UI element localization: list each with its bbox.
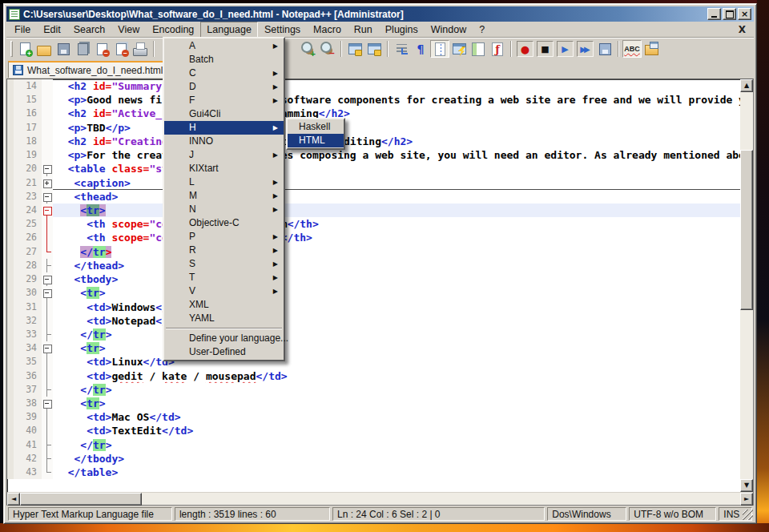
- menu-item-language[interactable]: Language: [200, 22, 258, 38]
- fold-marker[interactable]: [42, 231, 53, 244]
- fold-marker[interactable]: [42, 190, 53, 204]
- code-text[interactable]: <p>For the creation of the web files com…: [53, 148, 740, 162]
- fold-marker[interactable]: [42, 176, 53, 190]
- toolbar-button-user-define-dialog[interactable]: [449, 40, 469, 58]
- scroll-left-icon[interactable]: ◄: [7, 493, 20, 506]
- code-text[interactable]: <thead>: [53, 190, 740, 204]
- code-text[interactable]: <h2 id="Active_Learning">Web Programming…: [53, 107, 740, 120]
- language-menu-item-xml[interactable]: XML: [164, 298, 284, 312]
- toolbar-button-function-list[interactable]: ƒ: [488, 40, 507, 58]
- code-text[interactable]: </tr>: [53, 328, 740, 341]
- maximize-button[interactable]: [723, 8, 736, 20]
- toolbar-button-close-all[interactable]: [111, 40, 131, 58]
- code-area[interactable]: 14 <h2 id="Summary">Summary</h2>15 <p>Go…: [7, 79, 740, 492]
- toolbar-button-show-all-chars[interactable]: ¶: [411, 40, 430, 58]
- fold-marker[interactable]: [42, 328, 53, 341]
- menu-item-search[interactable]: Search: [67, 22, 112, 38]
- fold-marker[interactable]: [42, 341, 53, 355]
- code-text[interactable]: <th scope="col">Operating system</th>: [53, 217, 740, 231]
- vertical-scroll-thumb[interactable]: [740, 150, 753, 310]
- language-menu-item-a[interactable]: A▶: [164, 39, 284, 53]
- menubar-close-icon[interactable]: X: [732, 24, 752, 35]
- language-menu-item-t[interactable]: T▶: [164, 271, 284, 284]
- menu-item-run[interactable]: Run: [348, 22, 379, 38]
- code-text[interactable]: </tr>: [53, 438, 740, 452]
- toolbar-button-new-file[interactable]: [15, 40, 34, 58]
- language-menu-item-d[interactable]: D▶: [164, 80, 284, 94]
- code-text[interactable]: <td>Linux</td>: [53, 355, 740, 369]
- language-menu-item-objective-c[interactable]: Objective-C: [164, 216, 284, 230]
- code-text[interactable]: <h2 id="Creating_and_Editing">Creating a…: [53, 135, 740, 148]
- toolbar-grip-handle[interactable]: [10, 41, 13, 57]
- toolbar-button-open-folder-workspace[interactable]: [642, 40, 661, 58]
- toolbar-button-spell-check[interactable]: ABC: [622, 40, 642, 58]
- toolbar-button-sync-scroll-h[interactable]: [364, 40, 384, 58]
- fold-marker[interactable]: [42, 300, 53, 314]
- code-text[interactable]: <tbody>: [53, 272, 740, 286]
- toolbar-button-sync-scroll-v[interactable]: [345, 40, 364, 58]
- menu-item-plugins[interactable]: Plugins: [379, 22, 425, 38]
- titlebar[interactable]: C:\Users\user\Desktop\What_software_do_I…: [6, 6, 754, 22]
- toolbar-button-indent-guide[interactable]: [430, 40, 449, 58]
- language-menu-item-batch[interactable]: Batch: [164, 53, 284, 66]
- fold-marker[interactable]: [42, 286, 53, 300]
- toolbar-button-macro-stop[interactable]: ■: [537, 41, 554, 57]
- toolbar-button-macro-play[interactable]: ▶: [557, 41, 574, 57]
- toolbar-button-close-file[interactable]: [92, 40, 111, 58]
- fold-marker[interactable]: [42, 452, 53, 466]
- fold-marker[interactable]: [42, 438, 53, 452]
- code-text[interactable]: <td>Mac OS</td>: [53, 410, 740, 424]
- fold-marker[interactable]: [42, 162, 53, 175]
- language-menu-item-j[interactable]: J▶: [164, 148, 284, 162]
- code-text[interactable]: <td>gedit / kate / mousepad</td>: [53, 369, 740, 383]
- menu-item-file[interactable]: File: [8, 22, 37, 38]
- fold-marker[interactable]: [42, 314, 53, 328]
- menu-item-macro[interactable]: Macro: [307, 22, 348, 38]
- language-submenu-item-html[interactable]: HTML: [288, 134, 344, 147]
- language-menu-item-h[interactable]: H▶: [164, 121, 284, 135]
- toolbar-button-word-wrap[interactable]: [392, 40, 411, 58]
- toolbar-button-zoom-in[interactable]: [299, 40, 318, 58]
- code-text[interactable]: <p>Good news first: all the major softwa…: [53, 93, 740, 107]
- menu-item-settings[interactable]: Settings: [258, 22, 307, 38]
- language-menu-item-v[interactable]: V▶: [164, 284, 284, 298]
- close-button[interactable]: ×: [738, 8, 751, 20]
- fold-marker[interactable]: [42, 410, 53, 424]
- code-text[interactable]: <tr>: [53, 286, 740, 300]
- menu-item-item[interactable]: ?: [473, 22, 491, 38]
- code-text[interactable]: <td>Windows</td>: [53, 300, 740, 314]
- fold-marker[interactable]: [42, 259, 53, 272]
- fold-marker[interactable]: [42, 466, 53, 479]
- language-menu-item-p[interactable]: P▶: [164, 230, 284, 244]
- toolbar-button-document-map[interactable]: [469, 40, 488, 58]
- code-text[interactable]: </tbody>: [53, 452, 740, 466]
- menu-item-encoding[interactable]: Encoding: [146, 22, 200, 38]
- language-menu-item-inno[interactable]: INNO: [164, 135, 284, 148]
- code-text[interactable]: <td>TextEdit</td>: [53, 424, 740, 437]
- fold-marker[interactable]: [42, 217, 53, 231]
- code-text[interactable]: <tr>: [53, 397, 740, 410]
- toolbar-button-open-file[interactable]: [34, 40, 54, 58]
- toolbar-button-macro-run-multiple[interactable]: ▶▶: [577, 41, 594, 57]
- code-text[interactable]: </table>: [53, 466, 740, 479]
- menu-item-window[interactable]: Window: [425, 22, 473, 38]
- language-menu-item-kixtart[interactable]: KIXtart: [164, 162, 284, 175]
- menu-item-edit[interactable]: Edit: [37, 22, 67, 38]
- toolbar-button-zoom-out[interactable]: [318, 40, 337, 58]
- toolbar-button-print[interactable]: [131, 40, 150, 58]
- code-text[interactable]: </tr>: [53, 383, 740, 397]
- code-text[interactable]: <caption>: [53, 176, 740, 190]
- fold-marker[interactable]: [42, 424, 53, 437]
- language-menu-item-gui4cli[interactable]: Gui4Cli: [164, 107, 284, 121]
- code-text[interactable]: <table class="stats">: [53, 162, 740, 175]
- code-text[interactable]: <h2 id="Summary">Summary</h2>: [53, 79, 740, 93]
- menu-item-view[interactable]: View: [111, 22, 146, 38]
- code-text[interactable]: </tr>: [53, 245, 740, 259]
- language-menu-item-yaml[interactable]: YAML: [164, 312, 284, 325]
- toolbar-button-save-copy[interactable]: [73, 40, 92, 58]
- fold-marker[interactable]: [42, 204, 53, 217]
- fold-marker[interactable]: [42, 245, 53, 259]
- resize-grip[interactable]: [743, 510, 753, 520]
- fold-marker[interactable]: [42, 355, 53, 369]
- language-menu-item-l[interactable]: L▶: [164, 175, 284, 189]
